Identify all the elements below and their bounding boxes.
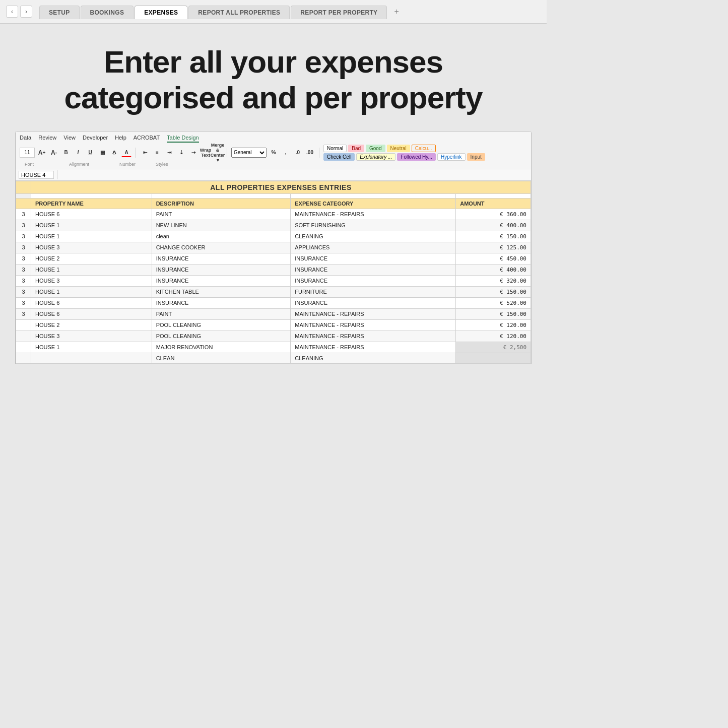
cell-amount[interactable]: € 450.00 <box>456 253 531 264</box>
cell-property[interactable]: HOUSE 1 <box>31 286 152 297</box>
back-button[interactable]: ‹ <box>6 6 18 18</box>
ribbon-tab-review[interactable]: Review <box>38 134 56 143</box>
comma-button[interactable]: , <box>281 148 291 157</box>
cell-description[interactable]: CLEAN <box>152 353 291 363</box>
cell-amount[interactable]: € 125.00 <box>456 242 531 253</box>
tab-report-all[interactable]: REPORT ALL PROPERTIES <box>188 6 290 19</box>
tab-report-per[interactable]: REPORT PER PROPERTY <box>291 6 387 19</box>
cell-category[interactable]: CLEANING <box>291 353 456 363</box>
cell-property[interactable]: HOUSE 2 <box>31 253 152 264</box>
style-input[interactable]: Input <box>467 153 485 161</box>
ribbon-tab-help[interactable]: Help <box>115 134 126 143</box>
align-center-button[interactable]: ≡ <box>152 148 162 157</box>
ribbon-tab-data[interactable]: Data <box>20 134 31 143</box>
cell-description[interactable]: POOL CLEANING <box>152 330 291 342</box>
cell-description[interactable]: NEW LINEN <box>152 220 291 231</box>
ribbon-tab-acrobat[interactable]: ACROBAT <box>134 134 160 143</box>
cell-amount[interactable]: € 150.00 <box>456 231 531 242</box>
cell-category[interactable]: APPLIANCES <box>291 242 456 253</box>
cell-category[interactable]: MAINTENANCE - REPAIRS <box>291 308 456 319</box>
style-explanatory[interactable]: Explanatory ... <box>356 153 395 161</box>
merge-center-button[interactable]: Merge & Center ▾ <box>213 148 223 157</box>
style-neutral[interactable]: Neutral <box>387 145 410 152</box>
cell-category[interactable]: INSURANCE <box>291 253 456 264</box>
cell-amount[interactable]: € 150.00 <box>456 308 531 319</box>
style-hyperlink[interactable]: Hyperlink <box>437 153 466 161</box>
tab-expenses[interactable]: EXPENSES <box>135 6 187 19</box>
cell-amount[interactable]: € 320.00 <box>456 275 531 286</box>
style-check-cell[interactable]: Check Cell <box>323 153 355 161</box>
cell-description[interactable]: KITCHEN TABLE <box>152 286 291 297</box>
style-good[interactable]: Good <box>366 145 385 152</box>
ribbon-tab-table-design[interactable]: Table Design <box>167 134 199 143</box>
number-format-select[interactable]: General <box>231 148 267 158</box>
cell-description[interactable]: MAJOR RENOVATION <box>152 342 291 353</box>
cell-amount[interactable]: € 400.00 <box>456 220 531 231</box>
forward-button[interactable]: › <box>20 6 32 18</box>
align-right-button[interactable]: ⇥ <box>164 148 174 157</box>
cell-description[interactable]: clean <box>152 231 291 242</box>
font-decrease-button[interactable]: A- <box>49 148 59 157</box>
cell-description[interactable]: PAINT <box>152 308 291 319</box>
decimal-increase-button[interactable]: .0 <box>293 148 303 157</box>
cell-property[interactable]: HOUSE 1 <box>31 220 152 231</box>
cell-amount[interactable] <box>456 353 531 363</box>
cell-amount[interactable]: € 120.00 <box>456 330 531 342</box>
border-button[interactable]: ▦ <box>97 148 107 157</box>
cell-category[interactable]: SOFT FURNISHING <box>291 220 456 231</box>
font-size-input[interactable] <box>20 148 35 158</box>
cell-amount[interactable]: € 2,500 <box>456 342 531 353</box>
italic-button[interactable]: I <box>73 148 83 157</box>
underline-button[interactable]: U <box>85 148 95 157</box>
cell-category[interactable]: INSURANCE <box>291 275 456 286</box>
style-followed-hy[interactable]: Followed Hy... <box>397 153 436 161</box>
cell-description[interactable]: INSURANCE <box>152 275 291 286</box>
cell-property[interactable]: HOUSE 6 <box>31 297 152 308</box>
bold-button[interactable]: B <box>61 148 71 157</box>
cell-category[interactable]: CLEANING <box>291 231 456 242</box>
cell-amount[interactable]: € 120.00 <box>456 319 531 330</box>
cell-category[interactable]: MAINTENANCE - REPAIRS <box>291 209 456 220</box>
cell-description[interactable]: INSURANCE <box>152 264 291 275</box>
cell-property[interactable]: HOUSE 2 <box>31 319 152 330</box>
style-calc[interactable]: Calcu... <box>412 145 436 152</box>
cell-property[interactable] <box>31 353 152 363</box>
style-normal[interactable]: Normal <box>323 145 347 152</box>
font-color-button[interactable]: A <box>121 148 131 157</box>
cell-amount[interactable]: € 520.00 <box>456 297 531 308</box>
cell-category[interactable]: MAINTENANCE - REPAIRS <box>291 330 456 342</box>
indent-increase-button[interactable]: ⇢ <box>188 148 198 157</box>
cell-reference-input[interactable] <box>19 171 54 179</box>
cell-property[interactable]: HOUSE 6 <box>31 209 152 220</box>
cell-amount[interactable]: € 360.00 <box>456 209 531 220</box>
cell-category[interactable]: MAINTENANCE - REPAIRS <box>291 319 456 330</box>
tab-bookings[interactable]: BOOKINGS <box>81 6 134 19</box>
cell-property[interactable]: HOUSE 6 <box>31 308 152 319</box>
style-bad[interactable]: Bad <box>348 145 364 152</box>
font-increase-button[interactable]: A+ <box>37 148 47 157</box>
cell-property[interactable]: HOUSE 3 <box>31 275 152 286</box>
cell-description[interactable]: POOL CLEANING <box>152 319 291 330</box>
ribbon-tab-view[interactable]: View <box>63 134 76 143</box>
indent-decrease-button[interactable]: ⇣ <box>176 148 186 157</box>
cell-property[interactable]: HOUSE 3 <box>31 242 152 253</box>
new-tab-button[interactable]: + <box>388 4 405 19</box>
decimal-decrease-button[interactable]: .00 <box>305 148 315 157</box>
percent-button[interactable]: % <box>269 148 279 157</box>
cell-property[interactable]: HOUSE 1 <box>31 342 152 353</box>
cell-description[interactable]: PAINT <box>152 209 291 220</box>
cell-description[interactable]: INSURANCE <box>152 253 291 264</box>
tab-setup[interactable]: SETUP <box>39 6 80 19</box>
cell-category[interactable]: FURNITURE <box>291 286 456 297</box>
cell-category[interactable]: INSURANCE <box>291 297 456 308</box>
cell-category[interactable]: MAINTENANCE - REPAIRS <box>291 342 456 353</box>
cell-category[interactable]: INSURANCE <box>291 264 456 275</box>
cell-amount[interactable]: € 150.00 <box>456 286 531 297</box>
align-left-button[interactable]: ⇤ <box>140 148 150 157</box>
wrap-text-button[interactable]: Wrap Text <box>201 148 211 157</box>
cell-description[interactable]: CHANGE COOKER <box>152 242 291 253</box>
cell-amount[interactable]: € 400.00 <box>456 264 531 275</box>
cell-property[interactable]: HOUSE 1 <box>31 231 152 242</box>
ribbon-tab-developer[interactable]: Developer <box>83 134 108 143</box>
cell-property[interactable]: HOUSE 1 <box>31 264 152 275</box>
